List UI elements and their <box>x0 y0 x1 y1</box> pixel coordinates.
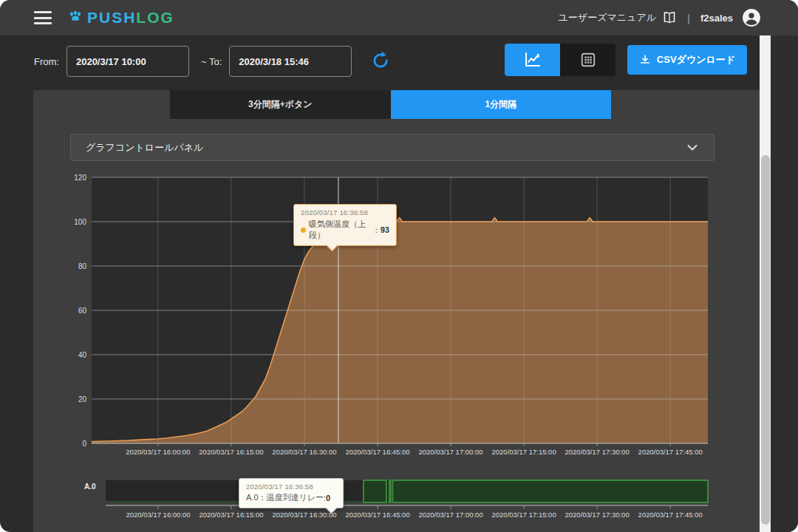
svg-text:2020/03/17 17:45:00: 2020/03/17 17:45:00 <box>638 511 703 519</box>
from-datetime-input[interactable] <box>66 46 189 77</box>
svg-text:100: 100 <box>74 218 86 226</box>
to-datetime-input[interactable] <box>229 46 352 77</box>
right-gutter <box>771 35 798 532</box>
strip-tooltip-value: 0 <box>326 494 330 502</box>
svg-text:20: 20 <box>78 395 87 403</box>
series-dot-icon <box>301 228 306 233</box>
svg-text:60: 60 <box>78 307 87 315</box>
svg-text:80: 80 <box>78 262 87 270</box>
svg-text:2020/03/17 16:45:00: 2020/03/17 16:45:00 <box>346 511 410 519</box>
refresh-icon <box>371 51 390 70</box>
svg-text:0: 0 <box>82 440 86 448</box>
to-label: ~ To: <box>201 56 222 67</box>
svg-text:40: 40 <box>78 351 87 359</box>
strip-tooltip: 2020/03/17 16:36:58 A.0：温度到達リレー: 0 <box>239 478 344 508</box>
refresh-button[interactable] <box>371 51 390 72</box>
svg-text:2020/03/17 17:00:00: 2020/03/17 17:00:00 <box>419 511 483 519</box>
chevron-down-icon <box>687 144 698 151</box>
graph-control-panel-title: グラフコントロールパネル <box>86 141 203 154</box>
tooltip-series-label: 吸気側温度（上段） <box>309 219 372 241</box>
scrollbar-thumb[interactable] <box>761 155 770 525</box>
strip-tooltip-series-label: A.0：温度到達リレー <box>246 492 324 503</box>
svg-text:2020/03/17 16:30:00: 2020/03/17 16:30:00 <box>272 448 336 456</box>
tooltip-separator: ： <box>372 225 381 236</box>
app-window: PUSHLOG ユーザーズマニュアル | f2sales From: ~ To: <box>0 0 798 532</box>
user-manual-label: ユーザーズマニュアル <box>559 11 656 24</box>
tab-1min-interval[interactable]: 1分間隔 <box>391 90 612 119</box>
csv-download-button[interactable]: CSVダウンロード <box>627 45 747 75</box>
account-menu[interactable]: f2sales <box>700 8 761 27</box>
user-manual-link[interactable]: ユーザーズマニュアル <box>559 11 677 24</box>
svg-text:2020/03/17 16:45:00: 2020/03/17 16:45:00 <box>345 448 409 456</box>
svg-text:2020/03/17 16:00:00: 2020/03/17 16:00:00 <box>126 448 190 456</box>
line-chart-icon <box>524 52 542 68</box>
tooltip-timestamp: 2020/03/17 16:36:58 <box>301 208 389 216</box>
svg-text:2020/03/17 16:15:00: 2020/03/17 16:15:00 <box>199 511 263 519</box>
download-icon <box>639 54 651 66</box>
svg-text:2020/03/17 17:00:00: 2020/03/17 17:00:00 <box>418 448 482 456</box>
relay-strip-chart[interactable]: 2020/03/17 16:00:002020/03/17 16:15:0020… <box>81 477 712 522</box>
svg-text:120: 120 <box>74 174 86 182</box>
content-card: 3分間隔+ボタン 1分間隔 グラフコントロールパネル 0204060801001… <box>33 90 760 532</box>
svg-text:2020/03/17 16:15:00: 2020/03/17 16:15:00 <box>199 448 263 456</box>
top-app-bar: PUSHLOG ユーザーズマニュアル | f2sales <box>0 0 798 35</box>
chart-tooltip: 2020/03/17 16:36:58 吸気側温度（上段）：93 <box>293 204 397 246</box>
svg-text:2020/03/17 17:15:00: 2020/03/17 17:15:00 <box>492 511 556 519</box>
svg-text:2020/03/17 16:30:00: 2020/03/17 16:30:00 <box>272 511 336 519</box>
strip-tooltip-timestamp: 2020/03/17 16:36:58 <box>246 482 336 491</box>
grid-icon <box>580 52 596 68</box>
svg-text:2020/03/17 17:45:00: 2020/03/17 17:45:00 <box>638 448 703 456</box>
vertical-scrollbar[interactable] <box>760 35 771 532</box>
app-logo[interactable]: PUSHLOG <box>66 7 174 28</box>
svg-text:2020/03/17 17:30:00: 2020/03/17 17:30:00 <box>565 511 630 519</box>
account-name: f2sales <box>700 13 733 24</box>
interval-tabs: 3分間隔+ボタン 1分間隔 <box>170 90 611 119</box>
svg-text:2020/03/17 16:00:00: 2020/03/17 16:00:00 <box>126 511 190 519</box>
book-icon <box>662 11 677 24</box>
menu-icon[interactable] <box>34 11 52 24</box>
table-view-button[interactable] <box>560 44 615 76</box>
paw-icon <box>66 7 84 28</box>
header-divider: | <box>687 12 690 24</box>
svg-text:2020/03/17 17:30:00: 2020/03/17 17:30:00 <box>565 448 630 456</box>
csv-download-label: CSVダウンロード <box>657 53 735 66</box>
user-icon <box>742 8 761 27</box>
logo-text-log: LOG <box>136 9 174 26</box>
from-label: From: <box>34 56 59 67</box>
chart-view-button[interactable] <box>505 44 560 76</box>
logo-text-push: PUSH <box>87 9 136 26</box>
svg-text:2020/03/17 17:15:00: 2020/03/17 17:15:00 <box>492 448 556 456</box>
tooltip-value: 93 <box>381 225 389 234</box>
tab-3min-interval[interactable]: 3分間隔+ボタン <box>170 90 391 119</box>
graph-control-panel-header[interactable]: グラフコントロールパネル <box>70 134 715 161</box>
view-toggle-group <box>505 44 615 76</box>
